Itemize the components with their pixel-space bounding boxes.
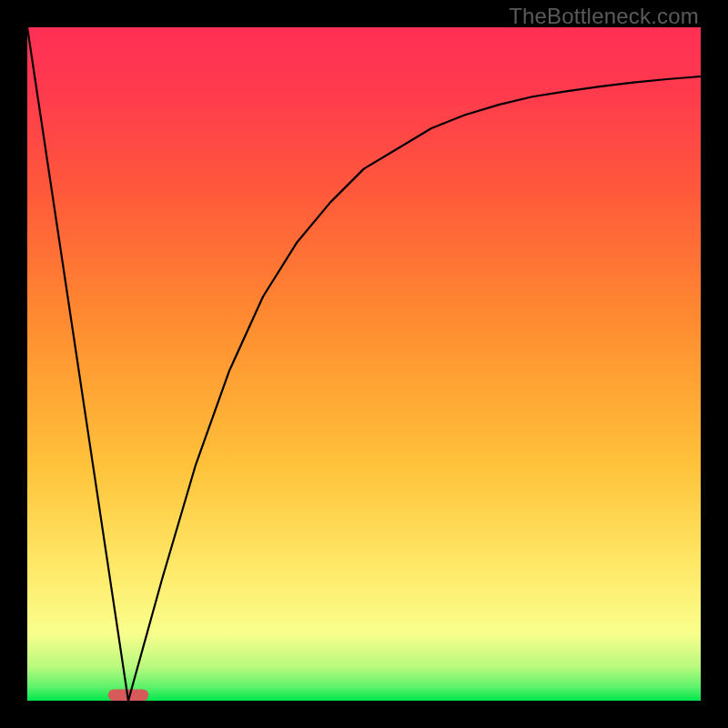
gradient-background bbox=[27, 27, 701, 701]
chart-svg bbox=[27, 27, 701, 701]
watermark-label: TheBottleneck.com bbox=[509, 4, 699, 29]
plot-area bbox=[27, 27, 701, 701]
chart-frame: TheBottleneck.com bbox=[0, 0, 728, 728]
